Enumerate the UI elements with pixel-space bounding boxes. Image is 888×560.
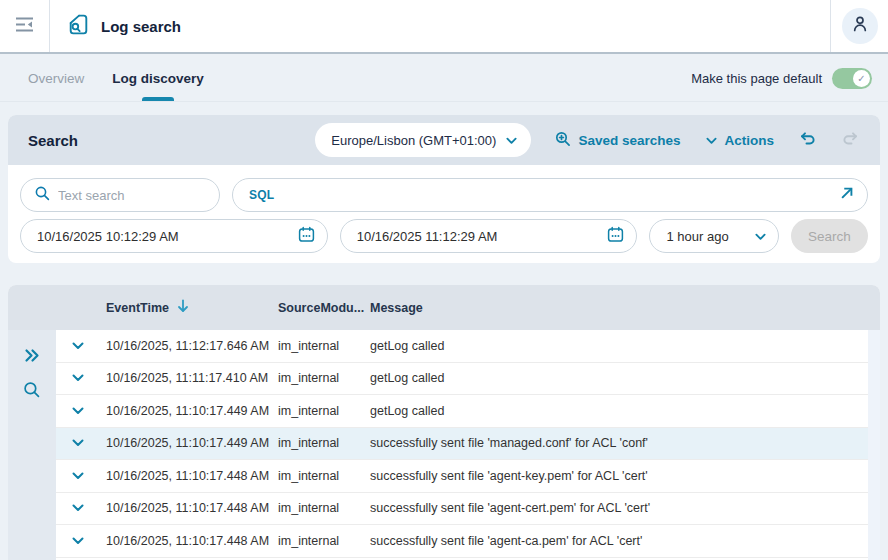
redo-icon xyxy=(841,130,860,150)
row-source-module: im_internal xyxy=(270,339,360,353)
table-body: 10/16/2025, 11:12:17.646 AM im_internal … xyxy=(8,330,880,560)
field-search-button[interactable] xyxy=(23,381,41,399)
search-plus-icon xyxy=(555,131,571,150)
search-panel-header: Search Europe/Lisbon (GMT+01:00) Saved s… xyxy=(8,115,880,165)
make-default-label: Make this page default xyxy=(691,71,822,86)
end-time-input[interactable] xyxy=(357,229,600,244)
page-title-group: Log search xyxy=(50,0,830,52)
row-expand-chevron-icon[interactable] xyxy=(72,472,84,480)
row-source-module: im_internal xyxy=(270,501,360,515)
row-event-time: 10/16/2025, 11:10:17.448 AM xyxy=(100,469,270,483)
row-message: getLog called xyxy=(360,339,868,353)
row-event-time: 10/16/2025, 11:10:17.448 AM xyxy=(100,534,270,548)
row-source-module: im_internal xyxy=(270,404,360,418)
row-source-module: im_internal xyxy=(270,534,360,548)
search-panel-body: SQL xyxy=(8,165,880,253)
person-icon xyxy=(850,14,870,38)
tab-bar: Overview Log discovery Make this page de… xyxy=(0,56,888,102)
tab-overview-label: Overview xyxy=(28,71,84,86)
table-side-toolbar xyxy=(8,330,56,560)
relative-time-select[interactable]: 1 hour ago xyxy=(649,219,778,253)
column-header-sourcemodule[interactable]: SourceModu... xyxy=(270,301,360,315)
table-row[interactable]: 10/16/2025, 11:10:17.449 AM im_internal … xyxy=(56,395,868,428)
menu-fold-icon xyxy=(15,16,35,37)
start-time-field[interactable] xyxy=(20,219,328,253)
relative-time-value: 1 hour ago xyxy=(666,229,728,244)
tab-log-discovery-label: Log discovery xyxy=(112,71,204,86)
collapse-menu-button[interactable] xyxy=(0,0,50,52)
make-default-group: Make this page default ✓ xyxy=(691,68,872,89)
sort-descending-icon[interactable] xyxy=(177,299,189,316)
table-rows: 10/16/2025, 11:12:17.646 AM im_internal … xyxy=(56,330,868,560)
column-header-eventtime[interactable]: EventTime xyxy=(100,299,270,316)
chevron-down-icon xyxy=(755,227,766,245)
expand-fields-panel-button[interactable] xyxy=(24,348,40,363)
sql-field[interactable]: SQL xyxy=(232,178,868,212)
row-expand-chevron-icon[interactable] xyxy=(72,439,84,447)
row-expand-chevron-icon[interactable] xyxy=(72,342,84,350)
make-default-toggle[interactable]: ✓ xyxy=(832,68,872,89)
search-panel: Search Europe/Lisbon (GMT+01:00) Saved s… xyxy=(8,115,880,263)
calendar-icon[interactable] xyxy=(607,226,624,247)
start-time-input[interactable] xyxy=(37,229,290,244)
tab-log-discovery[interactable]: Log discovery xyxy=(98,56,218,101)
message-label: Message xyxy=(370,301,423,315)
row-message: successfully sent file 'agent-ca.pem' fo… xyxy=(360,534,868,548)
chevron-down-icon xyxy=(506,133,517,148)
row-expand-chevron-icon[interactable] xyxy=(72,537,84,545)
end-time-field[interactable] xyxy=(340,219,638,253)
row-message: successfully sent file 'managed.conf' fo… xyxy=(360,436,868,450)
log-search-logo-icon xyxy=(66,12,91,41)
undo-button[interactable] xyxy=(798,130,817,150)
row-event-time: 10/16/2025, 11:10:17.448 AM xyxy=(100,501,270,515)
table-header: EventTime SourceModu... Message xyxy=(8,285,880,330)
row-message: successfully sent file 'agent-cert.pem' … xyxy=(360,501,868,515)
row-event-time: 10/16/2025, 11:10:17.449 AM xyxy=(100,404,270,418)
row-expand-chevron-icon[interactable] xyxy=(72,407,84,415)
expand-editor-icon[interactable] xyxy=(839,185,855,205)
row-message: getLog called xyxy=(360,404,868,418)
search-icon xyxy=(35,186,50,205)
text-search-field[interactable] xyxy=(20,178,220,212)
user-avatar-button[interactable] xyxy=(842,8,878,44)
sourcemodule-label: SourceModu... xyxy=(278,301,364,315)
page-title: Log search xyxy=(101,18,181,35)
redo-button[interactable] xyxy=(841,130,860,150)
row-event-time: 10/16/2025, 11:11:17.410 AM xyxy=(100,371,270,385)
table-row[interactable]: 10/16/2025, 11:11:17.410 AM im_internal … xyxy=(56,363,868,396)
table-row[interactable]: 10/16/2025, 11:10:17.448 AM im_internal … xyxy=(56,460,868,493)
sql-input[interactable] xyxy=(282,188,831,203)
actions-label: Actions xyxy=(724,133,774,148)
avatar-cell xyxy=(830,0,888,52)
row-source-module: im_internal xyxy=(270,371,360,385)
eventtime-label: EventTime xyxy=(106,301,169,315)
saved-searches-label: Saved searches xyxy=(578,133,680,148)
search-panel-title: Search xyxy=(28,132,78,149)
scroll-gutter[interactable] xyxy=(868,330,880,560)
row-source-module: im_internal xyxy=(270,436,360,450)
timezone-value: Europe/Lisbon (GMT+01:00) xyxy=(331,133,496,148)
search-button[interactable]: Search xyxy=(791,219,868,253)
row-expand-chevron-icon[interactable] xyxy=(72,504,84,512)
table-row[interactable]: 10/16/2025, 11:10:17.448 AM im_internal … xyxy=(56,525,868,558)
chevron-down-icon xyxy=(706,133,717,148)
timezone-selector[interactable]: Europe/Lisbon (GMT+01:00) xyxy=(315,123,531,157)
table-row[interactable]: 10/16/2025, 11:12:17.646 AM im_internal … xyxy=(56,330,868,363)
row-source-module: im_internal xyxy=(270,469,360,483)
tab-overview[interactable]: Overview xyxy=(14,56,98,101)
sql-label: SQL xyxy=(249,188,274,202)
actions-button[interactable]: Actions xyxy=(706,133,774,148)
column-header-message[interactable]: Message xyxy=(360,301,880,315)
calendar-icon[interactable] xyxy=(298,226,315,247)
saved-searches-button[interactable]: Saved searches xyxy=(555,131,680,150)
row-expand-chevron-icon[interactable] xyxy=(72,374,84,382)
row-event-time: 10/16/2025, 11:12:17.646 AM xyxy=(100,339,270,353)
table-row[interactable]: 10/16/2025, 11:10:17.449 AM im_internal … xyxy=(56,428,868,461)
text-search-input[interactable] xyxy=(58,188,207,203)
toggle-check-icon: ✓ xyxy=(853,70,870,87)
undo-icon xyxy=(798,130,817,150)
table-row[interactable]: 10/16/2025, 11:10:17.448 AM im_internal … xyxy=(56,493,868,526)
row-message: getLog called xyxy=(360,371,868,385)
results-table: EventTime SourceModu... Message xyxy=(8,285,880,560)
app-header: Log search xyxy=(0,0,888,54)
